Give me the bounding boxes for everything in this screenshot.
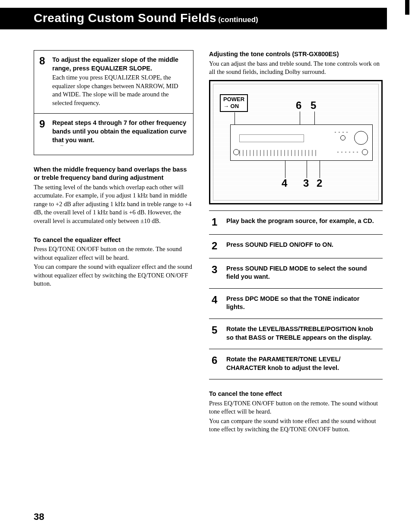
section-header: Creating Custom Sound Fields (continued) bbox=[0, 8, 387, 29]
steps-box-8-9: 8 To adjust the equalizer slope of the m… bbox=[34, 50, 193, 155]
lead-4 bbox=[285, 161, 285, 178]
step-number: 1 bbox=[212, 217, 226, 227]
receiver-slits bbox=[239, 150, 317, 156]
step-9: 9 Repeat steps 4 through 7 for other fre… bbox=[34, 114, 193, 154]
cancel-tone-body-1: Press EQ/TONE ON/OFF button on the remot… bbox=[209, 399, 383, 416]
receiver-knob-left bbox=[233, 149, 239, 155]
tone-steps-list: 1 Play back the program source, for exam… bbox=[209, 210, 383, 380]
step-number: 8 bbox=[39, 56, 52, 66]
lead-2 bbox=[320, 161, 320, 178]
callout-4: 4 bbox=[282, 177, 287, 189]
power-label-line2: → ON bbox=[223, 103, 244, 110]
step-number: 6 bbox=[212, 355, 226, 366]
step-number: 9 bbox=[39, 119, 52, 129]
tone-step-6: 6 Rotate the PARAMETER/TONE LEVEL/ CHARA… bbox=[209, 349, 383, 379]
step-number: 2 bbox=[212, 241, 226, 251]
tone-step-1-text: Play back the program source, for exampl… bbox=[226, 217, 379, 226]
callout-3: 3 bbox=[303, 177, 309, 189]
tone-step-5-text: Rotate the LEVEL/BASS/TREBLE/POSITION kn… bbox=[226, 325, 379, 342]
lead-3 bbox=[307, 161, 307, 178]
tone-step-3-text: Press SOUND FIELD MODE to select the sou… bbox=[226, 264, 379, 281]
step-9-heading: Repeat steps 4 through 7 for other frequ… bbox=[52, 119, 187, 144]
power-label-line1: POWER bbox=[223, 96, 244, 103]
tone-step-6-text: Rotate the PARAMETER/TONE LEVEL/ CHARACT… bbox=[226, 355, 379, 372]
adjust-heading: Adjusting the tone controls (STR-GX800ES… bbox=[209, 50, 383, 59]
step-8: 8 To adjust the equalizer slope of the m… bbox=[34, 51, 193, 114]
page-edge-mark bbox=[405, 0, 409, 15]
receiver-illustration bbox=[230, 124, 373, 161]
receiver-dots-bottom bbox=[336, 151, 359, 153]
receiver-dots-top bbox=[333, 131, 349, 134]
step-8-body: Each time you press EQUALIZER SLOPE, the… bbox=[52, 73, 187, 107]
tone-step-2: 2 Press SOUND FIELD ON/OFF to ON. bbox=[209, 235, 383, 258]
step-8-heading: To adjust the equalizer slope of the mid… bbox=[52, 56, 187, 73]
cancel-tone-body-2: You can compare the sound with tone effe… bbox=[209, 417, 383, 434]
cancel-tone-heading: To cancel the tone effect bbox=[209, 390, 383, 398]
receiver-display bbox=[239, 134, 304, 142]
lead-power bbox=[235, 112, 235, 125]
tone-step-4-text: Press DPC MODE so that the TONE indicato… bbox=[226, 295, 379, 312]
section-continued: (continued) bbox=[218, 16, 258, 24]
receiver-knob-right bbox=[362, 149, 368, 155]
page-number: 38 bbox=[34, 511, 44, 522]
step-number: 4 bbox=[212, 295, 226, 305]
section-title: Creating Custom Sound Fields bbox=[34, 11, 216, 25]
overlap-heading: When the middle frequency band overlaps … bbox=[34, 166, 193, 182]
tone-step-1: 1 Play back the program source, for exam… bbox=[209, 210, 383, 235]
cancel-eq-heading: To cancel the equalizer effect bbox=[34, 236, 193, 245]
tone-step-3: 3 Press SOUND FIELD MODE to select the s… bbox=[209, 258, 383, 289]
receiver-diagram: POWER → ON 6 5 4 3 2 bbox=[209, 80, 383, 204]
page-columns: 8 To adjust the equalizer slope of the m… bbox=[0, 29, 412, 434]
tone-step-5: 5 Rotate the LEVEL/BASS/TREBLE/POSITION … bbox=[209, 319, 383, 349]
power-on-label: POWER → ON bbox=[220, 94, 248, 112]
cancel-eq-body-2: You can compare the sound with equalizer… bbox=[34, 263, 193, 288]
callout-5: 5 bbox=[311, 99, 316, 111]
tone-step-2-text: Press SOUND FIELD ON/OFF to ON. bbox=[226, 241, 379, 249]
cancel-eq-body-1: Press EQ/TONE ON/OFF button on the remot… bbox=[34, 245, 193, 262]
callout-6: 6 bbox=[296, 99, 301, 111]
left-column: 8 To adjust the equalizer slope of the m… bbox=[34, 50, 193, 434]
callout-2: 2 bbox=[317, 177, 322, 189]
step-number: 3 bbox=[212, 264, 226, 275]
overlap-body: The setting level of the bands which ove… bbox=[34, 183, 193, 226]
step-number: 5 bbox=[212, 325, 226, 335]
tone-step-4: 4 Press DPC MODE so that the TONE indica… bbox=[209, 289, 383, 319]
right-column: Adjusting the tone controls (STR-GX800ES… bbox=[209, 50, 383, 434]
adjust-body: You can adjust the bass and treble sound… bbox=[209, 60, 383, 76]
